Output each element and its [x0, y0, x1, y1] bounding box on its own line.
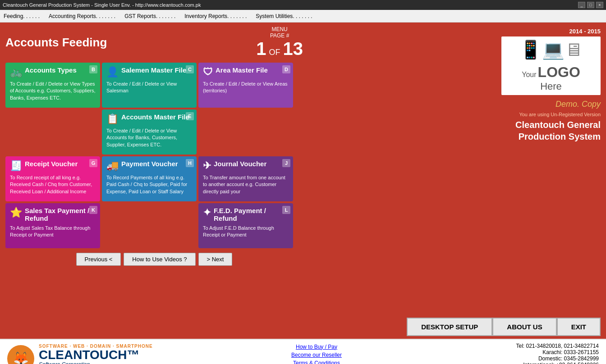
demo-copy-label: Demo. Copy: [556, 100, 601, 109]
menu-feeding[interactable]: Feeding. . . . . .: [4, 13, 40, 19]
next-button[interactable]: > Next: [198, 253, 233, 266]
footer-karachi: Karachi: 0333-2671155: [460, 349, 599, 355]
menu-accounting[interactable]: Accounting Reports. . . . . . .: [49, 13, 115, 19]
star-icon: ⭐: [10, 207, 22, 218]
total-pages: 13: [283, 39, 303, 59]
card-key-d: D: [282, 65, 290, 73]
logo-here: Here: [519, 81, 583, 92]
footer-right: Tel: 021-34820018, 021-34822714 Karachi:…: [453, 340, 606, 364]
diamond-icon: ✦: [203, 207, 211, 218]
previous-button[interactable]: Previous <: [76, 253, 121, 266]
shield-icon: 🛡: [203, 66, 213, 78]
card-fed[interactable]: ✦ F.E.D. Payment / Refund L To Adjust F.…: [198, 203, 293, 248]
year-label: 2014 - 2015: [569, 28, 601, 35]
menu-inventory[interactable]: Inventory Reports. . . . . . .: [184, 13, 247, 19]
minimize-button[interactable]: _: [578, 2, 585, 8]
logo-devices: 📱💻🖥 Your LOGO Here: [519, 39, 583, 92]
footer-center: How to Buy / Pay Become our Reseller Ter…: [180, 340, 453, 364]
card-desc-receipt: To Record receipt of all king e.g. Recei…: [10, 174, 96, 195]
card-desc-fed: To Adjust F.E.D Balance through Receipt …: [203, 225, 289, 239]
card-desc-journal: To Transfer amount from one account to a…: [203, 174, 289, 195]
current-page: 1: [256, 40, 266, 58]
left-panel: Accounts Feeding MENU PAGE # 1 OF 13 🚲 A…: [5, 26, 303, 313]
footer-link-buy[interactable]: How to Buy / Pay: [296, 344, 337, 350]
of-text: OF: [269, 48, 280, 57]
card-accounts-types[interactable]: 🚲 Accounts Types B To Create / Edit / De…: [5, 63, 100, 108]
logo-main: LOGO: [538, 64, 580, 80]
page-title: Accounts Feeding: [5, 36, 107, 50]
maximize-button[interactable]: □: [587, 2, 594, 8]
footer-international: International: +92-364-5048226: [460, 362, 599, 364]
card-desc-accounts-types: To Create / Edit / Delete or View Types …: [10, 81, 96, 101]
how-to-use-button[interactable]: How to Use Videos ?: [124, 253, 195, 266]
card-key-k: K: [89, 206, 97, 214]
footer-tel: Tel: 021-34820018, 021-34822714: [460, 343, 599, 349]
title-bar-text: Cleantouch General Production System - S…: [3, 2, 201, 8]
nav-buttons: Previous < How to Use Videos ? > Next: [5, 253, 303, 266]
card-payment[interactable]: 🚚 Payment Voucher H To Record Payments o…: [102, 156, 197, 201]
card-desc-payment: To Record Payments of all king e.g. Paid…: [106, 174, 192, 195]
card-journal[interactable]: ✈ Journal Voucher J To Transfer amount f…: [198, 156, 293, 201]
page-label: PAGE #: [256, 32, 303, 39]
card-key-c: C: [186, 65, 194, 73]
card-key-b: B: [89, 65, 97, 73]
desktop-setup-button[interactable]: DESKTOP SETUP: [407, 318, 492, 336]
card-key-l: L: [282, 206, 290, 214]
card-desc-accounts-master: To Create / Edit / Delete or View Accoun…: [106, 127, 192, 148]
card-key-g: G: [89, 159, 97, 167]
header-row: Accounts Feeding MENU PAGE # 1 OF 13: [5, 26, 303, 59]
menu-system[interactable]: System Utilities. . . . . . .: [256, 13, 312, 19]
footer-logo-icon: 🦊: [7, 345, 34, 364]
menu-bar: Feeding. . . . . . Accounting Reports. .…: [0, 10, 606, 23]
card-receipt[interactable]: 🧾 Receipt Voucher G To Record receipt of…: [5, 156, 100, 201]
logo-your: Your: [522, 71, 536, 78]
main-content: Accounts Feeding MENU PAGE # 1 OF 13 🚲 A…: [0, 23, 606, 315]
card-accounts-master[interactable]: 📋 Accounts Master File E To Create / Edi…: [102, 109, 197, 155]
card-area[interactable]: 🛡 Area Master File D To Create / Edit / …: [198, 63, 293, 108]
right-panel: 2014 - 2015 📱💻🖥 Your LOGO Here Demo. Cop…: [308, 26, 601, 313]
action-buttons-row: DESKTOP SETUP ABOUT US EXIT: [0, 315, 606, 339]
footer-link-reseller[interactable]: Become our Reseller: [291, 352, 342, 358]
footer-left: 🦊 SOFTWARE · WEB · DOMAIN · SMARTPHONE C…: [0, 340, 180, 364]
unregistered-text: You are using Un-Registered Version: [519, 112, 601, 117]
menu-grid: 🚲 Accounts Types B To Create / Edit / De…: [5, 63, 303, 248]
plane-icon: ✈: [203, 160, 211, 172]
footer: 🦊 SOFTWARE · WEB · DOMAIN · SMARTPHONE C…: [0, 339, 606, 364]
logo-box: 📱💻🖥 Your LOGO Here: [501, 36, 601, 95]
title-bar: Cleantouch General Production System - S…: [0, 0, 606, 10]
footer-brand: CLEANTOUCH™: [39, 349, 153, 361]
menu-gst[interactable]: GST Reports. . . . . . .: [124, 13, 175, 19]
menu-info: MENU PAGE # 1 OF 13: [256, 26, 303, 59]
person-icon: 👤: [106, 66, 119, 78]
close-button[interactable]: ×: [596, 2, 603, 8]
footer-domestic: Domestic: 0345-2842999: [460, 355, 599, 362]
footer-corp: Software Corporation: [39, 361, 153, 364]
card-sales-tax[interactable]: ⭐ Sales Tax Payment / Refund K To Adjust…: [5, 203, 100, 248]
card-desc-sales-tax: To Adjust Sales Tax Balance through Rece…: [10, 225, 96, 239]
truck-icon: 🚚: [106, 160, 119, 172]
system-name: Cleantouch General Production System: [465, 119, 601, 142]
book-icon: 📋: [106, 113, 119, 125]
card-key-e: E: [186, 112, 194, 120]
footer-logo-text: SOFTWARE · WEB · DOMAIN · SMARTPHONE CLE…: [39, 344, 153, 364]
about-us-button[interactable]: ABOUT US: [492, 318, 556, 336]
receipt-icon: 🧾: [10, 160, 22, 172]
card-desc-salemen: To Create / Edit / Delete or View Salesm…: [106, 81, 192, 95]
menu-label: MENU: [256, 26, 303, 32]
footer-link-terms[interactable]: Terms & Conditions: [293, 360, 340, 364]
card-key-j: J: [282, 159, 290, 167]
card-salemen[interactable]: 👤 Salemen Master File C To Create / Edit…: [102, 63, 197, 108]
title-bar-controls[interactable]: _ □ ×: [578, 2, 603, 8]
card-key-h: H: [186, 159, 194, 167]
bicycle-icon: 🚲: [10, 66, 22, 78]
card-desc-area: To Create / Edit / Delete or View Areas …: [203, 81, 289, 95]
exit-button[interactable]: EXIT: [557, 318, 601, 336]
